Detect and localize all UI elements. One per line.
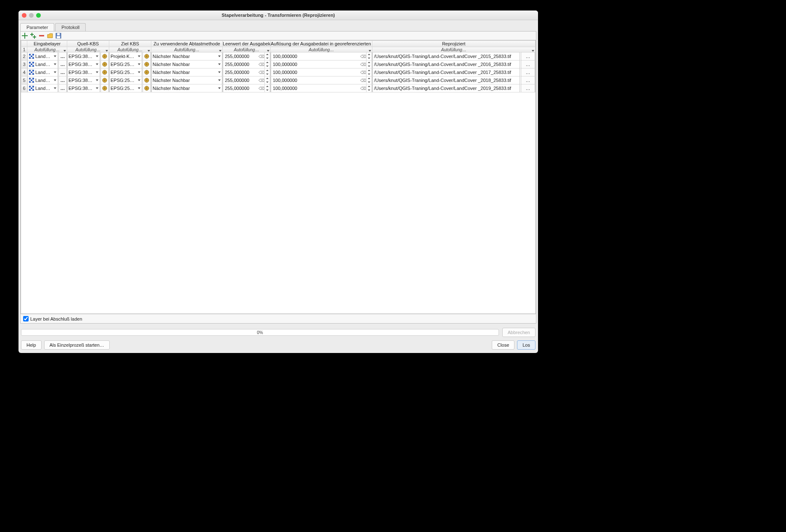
stepper-up-icon[interactable]: [367, 84, 372, 88]
target-crs-picker-button[interactable]: [142, 76, 151, 84]
row-header[interactable]: 2: [21, 53, 27, 61]
output-path-field[interactable]: /Users/knut/QGIS-Traning/Land-Cover/Land…: [372, 76, 520, 84]
output-path-field[interactable]: /Users/knut/QGIS-Traning/Land-Cover/Land…: [372, 61, 520, 68]
resolution-field[interactable]: 100,000000 ⌫: [271, 68, 372, 76]
cancel-button[interactable]: Abbrechen: [502, 328, 535, 337]
input-layer-browse-button[interactable]: …: [58, 76, 67, 84]
clear-icon[interactable]: ⌫: [360, 86, 366, 91]
stepper-down-icon[interactable]: [265, 88, 270, 92]
close-button[interactable]: Close: [492, 340, 514, 350]
autofill-res[interactable]: Autofüllung…: [271, 47, 372, 53]
source-crs-combo[interactable]: EPSG:3857 - W: [67, 76, 100, 84]
resample-method-combo[interactable]: Nächster Nachbar: [151, 53, 222, 61]
row-header[interactable]: 5: [21, 76, 27, 84]
resample-method-combo[interactable]: Nächster Nachbar: [151, 84, 222, 92]
target-crs-combo[interactable]: Projekt-KBS: EI: [109, 53, 142, 61]
add-rows-icon[interactable]: [30, 32, 37, 39]
tab-protokoll[interactable]: Protokoll: [55, 23, 86, 31]
resample-method-combo[interactable]: Nächster Nachbar: [151, 61, 222, 68]
source-crs-picker-button[interactable]: [100, 53, 109, 61]
stepper-up-icon[interactable]: [367, 53, 372, 56]
input-layer-combo[interactable]: LandCover _: [27, 68, 58, 76]
resolution-field[interactable]: 100,000000 ⌫: [271, 61, 372, 68]
resolution-field[interactable]: 100,000000 ⌫: [271, 53, 372, 61]
stepper-down-icon[interactable]: [265, 80, 270, 84]
row-header[interactable]: 4: [21, 68, 27, 76]
target-crs-picker-button[interactable]: [142, 84, 151, 92]
nodata-field[interactable]: 255,000000 ⌫: [223, 84, 270, 92]
save-icon[interactable]: [55, 32, 62, 39]
output-browse-button[interactable]: …: [521, 68, 535, 76]
row-header[interactable]: 6: [21, 84, 27, 92]
col-res[interactable]: Auflösung der Ausgabedatei in georeferen…: [271, 41, 372, 47]
input-layer-browse-button[interactable]: …: [58, 84, 67, 92]
clear-icon[interactable]: ⌫: [360, 78, 366, 83]
autofill-src[interactable]: Autofüllung…: [67, 47, 109, 53]
input-layer-combo[interactable]: LandCover _: [27, 53, 58, 61]
target-crs-combo[interactable]: EPSG:25833 - I: [109, 68, 142, 76]
col-method[interactable]: Zu verwendende Abtastmethode: [151, 41, 223, 47]
source-crs-picker-button[interactable]: [100, 84, 109, 92]
target-crs-combo[interactable]: EPSG:25833 - I: [109, 76, 142, 84]
resample-method-combo[interactable]: Nächster Nachbar: [151, 76, 222, 84]
autofill-dst[interactable]: Autofüllung…: [109, 47, 151, 53]
col-dst[interactable]: Ziel KBS: [109, 41, 151, 47]
stepper-up-icon[interactable]: [265, 76, 270, 80]
stepper-up-icon[interactable]: [265, 61, 270, 64]
input-layer-browse-button[interactable]: …: [58, 68, 67, 76]
output-path-field[interactable]: /Users/knut/QGIS-Traning/Land-Cover/Land…: [372, 84, 520, 92]
stepper-down-icon[interactable]: [367, 80, 372, 84]
source-crs-combo[interactable]: EPSG:3857 - W: [67, 61, 100, 68]
input-layer-combo[interactable]: LandCover _: [27, 61, 58, 68]
col-null[interactable]: Leerwert der Ausgabekanäle: [223, 41, 271, 47]
resolution-field[interactable]: 100,000000 ⌫: [271, 84, 372, 92]
tab-parameter[interactable]: Parameter: [20, 23, 54, 31]
clear-icon[interactable]: ⌫: [258, 70, 264, 75]
remove-row-icon[interactable]: [38, 32, 45, 39]
input-layer-browse-button[interactable]: …: [58, 61, 67, 68]
row-header-1[interactable]: 1: [21, 47, 27, 53]
add-row-icon[interactable]: [21, 32, 28, 39]
autofill-method[interactable]: Autofüllung…: [151, 47, 223, 53]
nodata-field[interactable]: 255,000000 ⌫: [223, 76, 270, 84]
stepper-down-icon[interactable]: [367, 64, 372, 68]
source-crs-combo[interactable]: EPSG:3857 - W: [67, 68, 100, 76]
stepper-up-icon[interactable]: [265, 68, 270, 72]
autofill-null[interactable]: Autofüllung…: [223, 47, 271, 53]
stepper-up-icon[interactable]: [367, 61, 372, 64]
clear-icon[interactable]: ⌫: [258, 54, 264, 59]
target-crs-picker-button[interactable]: [142, 61, 151, 68]
target-crs-combo[interactable]: EPSG:25833 - I: [109, 61, 142, 68]
load-on-finish-checkbox[interactable]: [23, 316, 29, 321]
stepper-up-icon[interactable]: [367, 76, 372, 80]
clear-icon[interactable]: ⌫: [360, 70, 366, 75]
stepper-up-icon[interactable]: [265, 84, 270, 88]
stepper-up-icon[interactable]: [265, 53, 270, 56]
target-crs-picker-button[interactable]: [142, 68, 151, 76]
stepper-down-icon[interactable]: [265, 64, 270, 68]
clear-icon[interactable]: ⌫: [258, 62, 264, 67]
clear-icon[interactable]: ⌫: [360, 62, 366, 67]
col-src[interactable]: Quell-KBS: [67, 41, 109, 47]
input-layer-combo[interactable]: LandCover _: [27, 76, 58, 84]
clear-icon[interactable]: ⌫: [360, 54, 366, 59]
stepper-down-icon[interactable]: [367, 72, 372, 76]
output-browse-button[interactable]: …: [521, 53, 535, 61]
clear-icon[interactable]: ⌫: [258, 86, 264, 91]
source-crs-picker-button[interactable]: [100, 68, 109, 76]
nodata-field[interactable]: 255,000000 ⌫: [223, 53, 270, 61]
stepper-up-icon[interactable]: [367, 68, 372, 72]
output-browse-button[interactable]: …: [521, 61, 535, 68]
output-path-field[interactable]: /Users/knut/QGIS-Traning/Land-Cover/Land…: [372, 68, 520, 76]
source-crs-combo[interactable]: EPSG:3857 - W: [67, 53, 100, 61]
nodata-field[interactable]: 255,000000 ⌫: [223, 61, 270, 68]
run-single-button[interactable]: Als Einzelprozeß starten…: [44, 340, 110, 350]
source-crs-picker-button[interactable]: [100, 61, 109, 68]
target-crs-combo[interactable]: EPSG:25833 - I: [109, 84, 142, 92]
col-layer[interactable]: Eingabelayer: [27, 41, 67, 47]
col-out[interactable]: Reprojiziert: [372, 41, 535, 47]
open-folder-icon[interactable]: [47, 32, 53, 39]
go-button[interactable]: Los: [517, 340, 535, 350]
stepper-down-icon[interactable]: [265, 72, 270, 76]
source-crs-picker-button[interactable]: [100, 76, 109, 84]
